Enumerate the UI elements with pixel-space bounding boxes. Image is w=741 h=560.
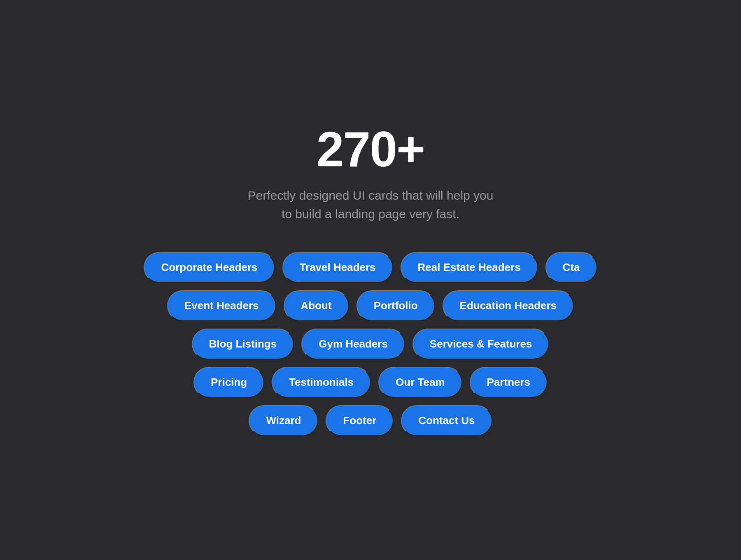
tag-event-headers[interactable]: Event Headers — [167, 290, 276, 321]
tag-partners[interactable]: Partners — [470, 367, 548, 398]
tag-travel-headers[interactable]: Travel Headers — [282, 252, 393, 283]
tag-real-estate-headers[interactable]: Real Estate Headers — [401, 252, 538, 283]
tag-our-team[interactable]: Our Team — [378, 367, 462, 398]
tag-corporate-headers[interactable]: Corporate Headers — [144, 252, 275, 283]
tag-pricing[interactable]: Pricing — [193, 367, 264, 398]
tag-gym-headers[interactable]: Gym Headers — [301, 329, 405, 359]
tag-portfolio[interactable]: Portfolio — [357, 290, 435, 321]
tag-row-row3: Blog ListingsGym HeadersServices & Featu… — [192, 329, 550, 359]
tag-wizard[interactable]: Wizard — [249, 405, 318, 436]
tag-about[interactable]: About — [284, 290, 349, 321]
tag-contact-us[interactable]: Contact Us — [401, 405, 492, 436]
tag-row-row2: Event HeadersAboutPortfolioEducation Hea… — [167, 290, 574, 321]
tag-row-row1: Corporate HeadersTravel HeadersReal Esta… — [144, 252, 597, 283]
tags-wrapper: Corporate HeadersTravel HeadersReal Esta… — [99, 252, 642, 436]
subtitle-line1: Perfectly designed UI cards that will he… — [248, 189, 494, 202]
main-container: 270+ Perfectly designed UI cards that wi… — [82, 100, 659, 461]
subtitle: Perfectly designed UI cards that will he… — [99, 186, 642, 223]
tag-cta[interactable]: Cta — [545, 252, 597, 283]
tag-row-row5: WizardFooterContact Us — [249, 405, 492, 436]
tag-education-headers[interactable]: Education Headers — [443, 290, 574, 321]
tag-blog-listings[interactable]: Blog Listings — [192, 329, 294, 359]
subtitle-line2: to build a landing page very fast. — [282, 207, 459, 221]
tag-services-features[interactable]: Services & Features — [412, 329, 550, 359]
tag-footer[interactable]: Footer — [326, 405, 394, 436]
tag-row-row4: PricingTestimonialsOur TeamPartners — [193, 367, 548, 398]
tag-testimonials[interactable]: Testimonials — [272, 367, 371, 398]
count-heading: 270+ — [99, 124, 642, 174]
